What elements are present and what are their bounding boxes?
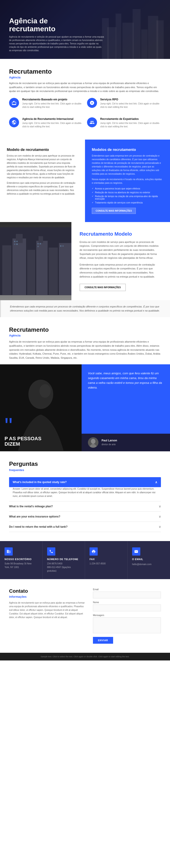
people-icon: [89, 120, 94, 125]
phone-icon-wrapper: [47, 548, 55, 556]
section-subtitle: Agência: [9, 76, 161, 79]
svg-point-20: [39, 384, 51, 398]
card-text-3: Agência de Recrutamento Internacional Ju…: [22, 117, 83, 133]
consulte-btn[interactable]: Consulte mais informações: [92, 208, 136, 214]
faq-question-0[interactable]: What's included in the quoted study rate…: [9, 477, 161, 487]
consulte-mais-btn[interactable]: CONSULTE MAIS INFORMAÇÕES: [80, 284, 126, 291]
name-label-text: Nome: [93, 601, 161, 603]
quote-top-block: Você sabe, meus amigos, com que fera val…: [82, 364, 170, 434]
office-label: NOSSO ESCRITÓRIO: [4, 558, 38, 561]
contact-form-title: Contato: [9, 588, 86, 594]
svg-rect-15: [37, 246, 39, 247]
contact-col-office: NOSSO ESCRITÓRIO Suite 98 Broadway St Ne…: [0, 541, 42, 579]
card-icon-3: [9, 117, 19, 127]
contact-col-fax: FAX 1-234-557-8500: [85, 541, 128, 579]
chevron-icon-2: ∨: [159, 515, 161, 518]
person-info: Paul Larson diretor de arte: [102, 439, 117, 446]
quote-strip-text: Entendemos que cada empresa possui um pr…: [10, 305, 161, 313]
faq-section: Perguntas frequentes What's included in …: [0, 451, 170, 541]
faq-item-0: What's included in the quoted study rate…: [9, 477, 161, 501]
section-title-group: Recrutamento Agência Agência de recrutam…: [9, 68, 161, 93]
faq-item-3: Do I need to return the rental with a fu…: [9, 522, 161, 532]
office-icon-wrapper: [4, 548, 13, 556]
card-desc-2: Jump right. Ctrl to select the text link…: [100, 102, 161, 109]
message-field-wrapper: Mensagem: [93, 614, 161, 634]
phone-icon: [49, 550, 53, 554]
person-role: diretor de arte: [102, 443, 116, 446]
person-avatar: [88, 437, 98, 448]
building-icon: [6, 550, 11, 554]
faq-question-text-3: Do I need to return the rental with a fu…: [9, 525, 67, 528]
email-input[interactable]: [93, 592, 161, 598]
card-desc-4: Jump right. Ctrl to select the text link…: [100, 121, 161, 128]
office-line2: York, NY 1001: [4, 565, 38, 569]
faq-question-text-2: What are your extra insurance options?: [9, 515, 60, 518]
faq-title: Perguntas: [9, 460, 161, 467]
modelo-modelos-section: Modelo de recrutamento Enviou-se com mod…: [0, 140, 170, 222]
hero-description: Agência de recrutamento e seleção de pes…: [9, 35, 104, 52]
quote-column: Você sabe, meus amigos, com que fera val…: [82, 364, 170, 451]
hero-section: Agência de recrutamento Agência de recru…: [0, 0, 170, 59]
agencia2-title: Recrutamento: [9, 326, 161, 333]
avatar-svg: [88, 437, 98, 448]
message-label-text: Mensagem: [93, 614, 161, 617]
svg-rect-13: [37, 243, 39, 244]
contact-form-subtitle: informações: [9, 595, 86, 598]
name-input[interactable]: [93, 604, 161, 611]
card-title-1: Recrutamento Baseado em projeto: [22, 98, 83, 101]
message-textarea[interactable]: [93, 617, 161, 633]
chevron-icon-1: ∨: [159, 504, 161, 508]
faq-question-text-1: What is the rental's mileage plan?: [9, 505, 53, 508]
list-item-2: Redução de tempo na criação de uma empre…: [92, 194, 163, 201]
modelo-content-p2: Entendemos que cada empresa possui um pr…: [80, 263, 162, 279]
settings-icon: [89, 100, 94, 105]
globe-icon: [11, 120, 17, 125]
modelo-left-title: Modelo de recrutamento: [7, 148, 78, 152]
svg-rect-14: [40, 243, 41, 244]
footer-bottom: Sample text. Click to select the text. C…: [0, 653, 170, 660]
faq-subtitle: frequentes: [9, 468, 161, 472]
modelo-left-p2: Entendemos que cada empresa possui um pr…: [7, 181, 78, 196]
agencia2-text: Agência de recrutamento que se esforça p…: [9, 340, 161, 360]
agencia2-subtitle: Agência: [9, 334, 161, 337]
contact-form-section: Contato informações Agência de recrutame…: [0, 579, 170, 653]
faq-question-1[interactable]: What is the rental's mileage plan? ∨: [9, 501, 161, 512]
svg-rect-5: [36, 241, 48, 295]
email-icon: [134, 550, 138, 554]
faq-question-2[interactable]: What are your extra insurance options? ∨: [9, 512, 161, 522]
modelo-left-p1: Enviou-se com modelos de serviço para ap…: [7, 154, 78, 180]
faq-question-3[interactable]: Do I need to return the rental with a fu…: [9, 522, 161, 532]
hero-content: Agência de recrutamento Agência de recru…: [9, 17, 104, 52]
fax-icon: [91, 550, 96, 554]
hero-title: Agência de recrutamento: [9, 17, 104, 33]
svg-rect-17: [62, 245, 64, 247]
modelo-right-title: Modelos de recrutamento: [92, 148, 163, 152]
modelo-content-col: Recrutamento Modelo Enviou-se com modelo…: [72, 222, 170, 300]
send-button[interactable]: ENVIAR: [93, 637, 113, 644]
svg-rect-8: [59, 243, 72, 295]
email-link[interactable]: hello@domain.com: [132, 563, 152, 565]
fax-line1: 1-234-557-8500: [89, 562, 123, 565]
modelo-image-col: [0, 222, 72, 300]
footer-text: Sample text. Click to select the text. C…: [9, 655, 161, 658]
svg-rect-11: [14, 243, 16, 245]
person-name: Paul Larson: [102, 439, 117, 442]
card-desc-1: Jump right. Ctrl to select the text link…: [22, 102, 83, 109]
modelo-building-image: [0, 222, 72, 300]
phone-line1: 234-9876-5400: [47, 562, 81, 565]
contact-info-bar: NOSSO ESCRITÓRIO Suite 98 Broadway St Ne…: [0, 541, 170, 579]
list-item-0: Acesso a parceiros locais que sejam efet…: [92, 187, 163, 190]
chevron-icon-3: ∨: [159, 525, 161, 529]
modelo-right-intro: Entendemos que cada empresa tem um proce…: [92, 154, 163, 176]
card-icon-4: [87, 117, 97, 127]
faq-answer-0: Answer: Lorem ipsum dolor sit amet, cons…: [9, 487, 161, 501]
modelo-content-p1: Enviou-se com modelos de serviço para ap…: [80, 240, 162, 260]
contact-left-info: Contato informações Agência de recrutame…: [9, 588, 86, 644]
fax-icon-wrapper: [89, 548, 98, 556]
svg-rect-1: [2, 245, 11, 295]
person-overlay-text: " P as pessoasdizem: [4, 418, 41, 447]
faq-item-1: What is the rental's mileage plan? ∨: [9, 501, 161, 512]
briefcase-icon: [11, 100, 17, 105]
email-label: O EMAIL: [132, 558, 166, 561]
fax-label: FAX: [89, 558, 123, 561]
